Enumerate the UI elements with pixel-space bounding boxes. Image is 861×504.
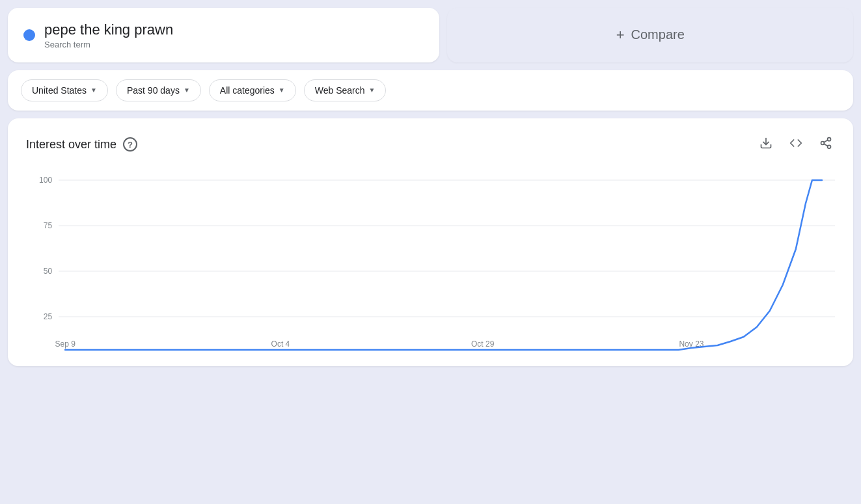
filter-country[interactable]: United States ▼ — [21, 79, 108, 101]
x-label-oct29: Oct 29 — [471, 339, 495, 349]
filter-category[interactable]: All categories ▼ — [209, 79, 296, 101]
chart-svg: 100 75 50 25 Sep 9 Oct 4 Oct 29 Nov 23 — [26, 171, 835, 353]
chart-actions — [757, 134, 835, 155]
chevron-down-icon: ▼ — [184, 86, 190, 94]
filter-category-label: All categories — [220, 85, 275, 96]
filter-search-type[interactable]: Web Search ▼ — [304, 79, 387, 101]
share-button[interactable] — [817, 134, 835, 155]
y-label-75: 75 — [44, 221, 53, 230]
search-term-text: pepe the king prawn — [44, 21, 173, 40]
chart-area: 100 75 50 25 Sep 9 Oct 4 Oct 29 Nov 23 — [26, 171, 835, 353]
svg-line-5 — [824, 140, 828, 142]
help-icon[interactable]: ? — [123, 137, 137, 152]
search-term-label: Search term — [44, 40, 173, 49]
chevron-down-icon: ▼ — [279, 86, 285, 94]
chevron-down-icon: ▼ — [369, 86, 376, 94]
chart-title-group: Interest over time ? — [26, 137, 137, 152]
filter-search-type-label: Web Search — [315, 85, 365, 96]
interest-over-time-card: Interest over time ? — [8, 118, 853, 366]
y-label-25: 25 — [44, 312, 53, 321]
compare-label: Compare — [631, 27, 685, 42]
x-label-sep9: Sep 9 — [55, 339, 75, 349]
chart-header: Interest over time ? — [26, 134, 835, 155]
search-text-group: pepe the king prawn Search term — [44, 21, 173, 49]
chart-title: Interest over time — [26, 138, 116, 152]
search-term-dot — [23, 29, 35, 41]
embed-button[interactable] — [787, 134, 805, 155]
filter-period[interactable]: Past 90 days ▼ — [116, 79, 201, 101]
download-button[interactable] — [757, 134, 775, 155]
y-label-100: 100 — [39, 176, 52, 185]
filters-bar: United States ▼ Past 90 days ▼ All categ… — [8, 70, 853, 111]
x-label-oct4: Oct 4 — [271, 339, 290, 349]
filter-country-label: United States — [32, 85, 87, 96]
chevron-down-icon: ▼ — [90, 86, 97, 94]
svg-line-4 — [824, 144, 828, 146]
filter-period-label: Past 90 days — [127, 85, 180, 96]
y-label-50: 50 — [44, 267, 53, 276]
trend-polyline — [65, 180, 822, 350]
search-term-card: pepe the king prawn Search term — [8, 8, 439, 62]
compare-plus-icon: + — [616, 27, 625, 44]
compare-card[interactable]: + Compare — [447, 8, 853, 62]
